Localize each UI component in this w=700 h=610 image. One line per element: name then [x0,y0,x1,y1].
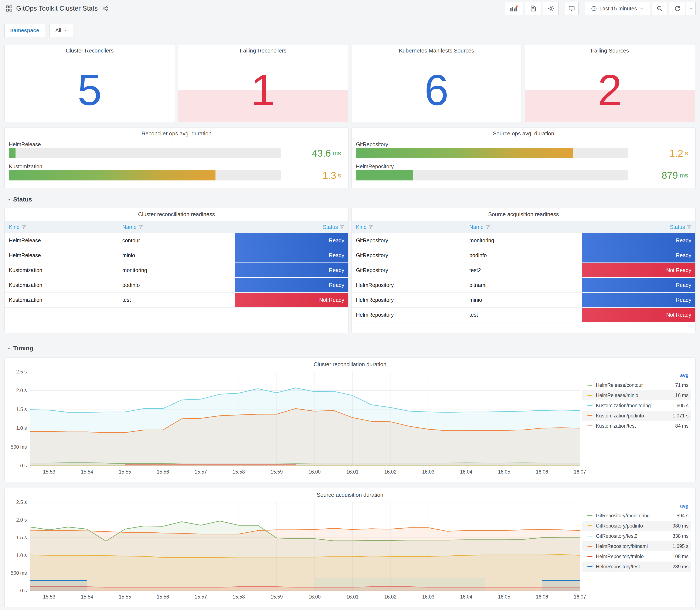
table-row: HelmRepositorybitnamiReady [352,278,695,293]
filter-funnel-icon[interactable] [139,225,143,229]
settings-button[interactable] [543,2,559,15]
column-header-label: Name [123,224,137,230]
x-axis-tick-label: 16:06 [536,594,548,600]
legend-item[interactable]: GitRepository/test2338 ms [582,531,691,541]
legend-swatch [587,426,592,427]
stat-value: 1 [251,68,275,111]
y-axis-tick-label: 500 ms [11,570,27,576]
filter-funnel-icon[interactable] [687,225,691,229]
refresh-button[interactable] [669,2,686,15]
save-dashboard-button[interactable] [525,2,541,15]
chart-plot-area [30,372,580,466]
legend-avg-value: 1.605 s [672,403,688,408]
legend-item[interactable]: Kustomization/podinfo1.071 s [582,411,691,421]
filter-funnel-icon[interactable] [369,225,373,229]
add-panel-button[interactable] [505,2,523,15]
column-header-kind[interactable]: Kind [5,224,118,230]
panel-title[interactable]: Source acquisition duration [5,492,695,498]
column-header-label: Status [670,224,685,230]
cell-kind-text: Kustomization [9,267,42,273]
column-header-kind[interactable]: Kind [352,224,465,230]
share-icon[interactable] [102,5,109,12]
status-badge: Ready [235,234,348,247]
panel-title[interactable]: Cluster reconciliation duration [5,361,695,368]
column-header-name[interactable]: Name [118,224,235,230]
cell-name: podinfo [465,248,582,263]
panel-title[interactable]: Source ops avg. duration [352,130,695,137]
legend-series-name: HelmRelease/contour [596,382,675,388]
panel-title[interactable]: Failing Sources [525,47,695,54]
stat-panel: Cluster Reconcilers5 [4,45,175,122]
filter-funnel-icon[interactable] [21,225,26,229]
stat-value: 6 [424,68,449,111]
x-axis-tick-label: 15:59 [271,594,283,600]
legend-avg-value: 980 ms [672,523,688,529]
legend-item[interactable]: HelmRepository/test289 ms [582,562,691,572]
panel-title[interactable]: Kubernetes Manifests Sources [352,47,521,54]
column-header-status[interactable]: Status [235,224,348,230]
legend-avg-value: 338 ms [672,533,688,539]
cell-name-text: test [123,297,131,303]
section-timing[interactable]: Timing [6,345,33,352]
panel-title[interactable]: Source acquisition readiness [352,211,695,218]
y-axis-tick-label: 2.0 s [16,517,27,523]
legend-series-name: Kustomization/monitoring [596,403,672,408]
apps-grid-icon[interactable] [5,5,13,12]
legend-avg-value: 1.695 s [672,544,688,549]
y-axis-tick-label: 1.5 s [16,406,27,412]
chart-canvas[interactable] [30,372,580,466]
section-status[interactable]: Status [6,196,32,203]
zoom-out-button[interactable] [652,2,667,15]
column-header-label: Kind [9,224,19,230]
gauge-value-unit: ms [332,150,341,157]
stat-panel: Kubernetes Manifests Sources6 [351,45,522,122]
cell-name: minio [465,293,582,307]
cycle-view-button[interactable] [565,2,579,15]
cell-name-text: monitoring [123,267,147,273]
column-header-status[interactable]: Status [582,224,695,230]
legend-item[interactable]: Kustomization/test84 ms [582,421,691,431]
column-header-name[interactable]: Name [465,224,582,230]
legend-avg-value: 84 ms [675,423,688,429]
gauge-bar-fill [356,170,413,180]
panel-title[interactable]: Reconciler ops avg. duration [5,130,348,137]
gauge-value-unit: ms [680,172,688,179]
cell-kind: GitRepository [352,233,465,248]
y-axis-tick-label: 1.0 s [16,425,27,431]
panel-title[interactable]: Failing Reconcilers [178,47,348,54]
legend-item[interactable]: Kustomization/monitoring1.605 s [582,400,691,411]
cell-status: Ready [235,263,348,277]
panel-title[interactable]: Cluster Reconcilers [5,47,175,54]
column-header-label: Name [469,224,484,230]
timeseries-panel: Cluster reconciliation duration0 s500 ms… [4,357,696,482]
legend-item[interactable]: HelmRepository/minio108 ms [582,551,691,562]
cell-kind: Kustomization [5,278,118,292]
gauge-bar-fill [356,148,573,158]
legend-item[interactable]: GitRepository/podinfo980 ms [582,521,691,531]
legend-item[interactable]: GitRepository/monitoring1.594 s [582,511,691,521]
legend-swatch [587,385,592,386]
namespace-variable-value: All [55,28,61,34]
cell-name-text: contour [123,237,140,244]
panel-title[interactable]: Cluster reconciliation readiness [5,211,348,218]
namespace-variable-select[interactable]: All [50,24,73,37]
y-axis-tick-label: 500 ms [11,444,27,450]
chart-canvas[interactable] [30,502,580,591]
legend-avg-header[interactable]: avg [582,372,691,380]
gauge-bar-track [356,148,628,158]
gauge-row-label: GitRepository [356,141,388,147]
refresh-interval-dropdown[interactable] [686,2,696,15]
y-axis-tick-label: 2.5 s [16,499,27,505]
legend-series-name: Kustomization/podinfo [596,413,672,419]
cell-kind: GitRepository [352,263,465,277]
legend-avg-value: 108 ms [672,554,688,559]
gauge-value-unit: s [685,150,688,157]
filter-funnel-icon[interactable] [340,225,344,229]
filter-funnel-icon[interactable] [485,225,490,229]
legend-item[interactable]: HelmRepository/bitnami1.695 s [582,541,691,551]
legend-item[interactable]: HelmRelease/contour71 ms [582,380,691,390]
x-axis-tick-label: 16:05 [498,594,510,600]
legend-avg-header[interactable]: avg [582,502,691,511]
time-range-picker[interactable]: Last 15 minutes [585,2,650,15]
legend-item[interactable]: HelmRelease/minio16 ms [582,390,691,400]
